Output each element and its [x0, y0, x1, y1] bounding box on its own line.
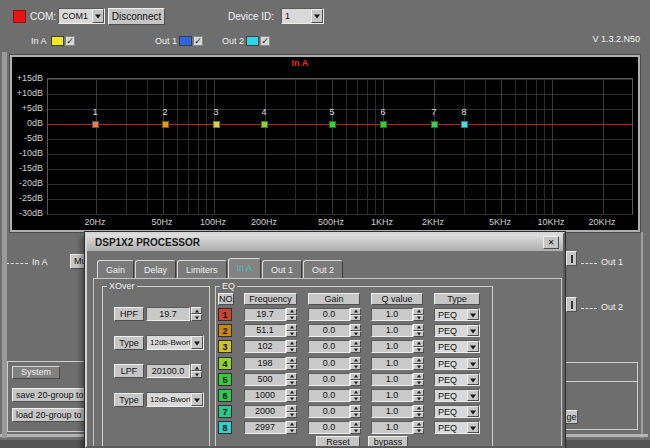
dropdown-arrow-icon[interactable] [467, 341, 479, 352]
eq-gain-spinner[interactable] [350, 324, 361, 337]
eq-gain-spinner[interactable] [350, 405, 361, 418]
eq-frequency-spinner[interactable] [286, 405, 297, 418]
dropdown-arrow-icon[interactable] [92, 9, 104, 23]
eq-frequency-field[interactable]: 500 [244, 373, 286, 386]
partial-button-ge[interactable]: ge [565, 410, 578, 424]
eq-frequency-spinner[interactable] [286, 373, 297, 386]
eq-q-field[interactable]: 1.0 [371, 340, 413, 353]
close-icon[interactable]: ✕ [543, 236, 559, 249]
lpf-type-button[interactable]: Type [114, 393, 144, 407]
eq-gain-field[interactable]: 0.0 [308, 405, 350, 418]
out-1-mute-button-fragment[interactable] [566, 251, 577, 266]
dropdown-arrow-icon[interactable] [467, 309, 479, 320]
eq-type-select[interactable]: PEQ [434, 357, 480, 370]
lpf-type-select[interactable]: 12db-Bworth [146, 392, 204, 407]
eq-gain-field[interactable]: 0.0 [308, 357, 350, 370]
eq-frequency-field[interactable]: 1000 [244, 389, 286, 402]
eq-q-spinner[interactable] [413, 373, 424, 386]
spinner-down-icon[interactable] [350, 364, 361, 371]
eq-type-select[interactable]: PEQ [434, 389, 480, 402]
eq-frequency-spinner[interactable] [286, 308, 297, 321]
eq-q-field[interactable]: 1.0 [371, 308, 413, 321]
eq-frequency-spinner[interactable] [286, 421, 297, 434]
eq-type-select[interactable]: PEQ [434, 308, 480, 321]
out-2-checkbox[interactable]: ✓ [260, 36, 270, 46]
dropdown-arrow-icon[interactable] [467, 325, 479, 336]
lpf-button[interactable]: LPF [114, 364, 144, 378]
lpf-spinner[interactable] [191, 364, 202, 378]
spinner-down-icon[interactable] [286, 412, 297, 419]
spinner-down-icon[interactable] [413, 428, 424, 435]
lpf-frequency-field[interactable]: 20100.0 [146, 364, 190, 378]
spinner-down-icon[interactable] [350, 347, 361, 354]
eq-frequency-field[interactable]: 198 [244, 357, 286, 370]
eq-gain-spinner[interactable] [350, 308, 361, 321]
eq-q-spinner[interactable] [413, 340, 424, 353]
spinner-up-icon[interactable] [191, 364, 202, 371]
spinner-up-icon[interactable] [191, 307, 202, 314]
eq-point-3[interactable] [213, 121, 220, 128]
dropdown-arrow-icon[interactable] [467, 406, 479, 417]
eq-gain-field[interactable]: 0.0 [308, 340, 350, 353]
eq-q-spinner[interactable] [413, 389, 424, 402]
hpf-type-select[interactable]: 12db-Bworth [146, 335, 204, 350]
eq-gain-field[interactable]: 0.0 [308, 421, 350, 434]
hpf-type-button[interactable]: Type [114, 336, 144, 350]
spinner-down-icon[interactable] [286, 396, 297, 403]
eq-gain-spinner[interactable] [350, 389, 361, 402]
spinner-down-icon[interactable] [413, 380, 424, 387]
eq-type-select[interactable]: PEQ [434, 373, 480, 386]
out-1-checkbox[interactable]: ✓ [193, 36, 203, 46]
eq-frequency-field[interactable]: 2000 [244, 405, 286, 418]
eq-type-select[interactable]: PEQ [434, 421, 480, 434]
dialog-title-bar[interactable]: DSP1X2 PROCESSOR [87, 234, 563, 251]
eq-frequency-spinner[interactable] [286, 389, 297, 402]
tab-in-a[interactable]: In A [228, 258, 262, 279]
eq-frequency-spinner[interactable] [286, 324, 297, 337]
spinner-down-icon[interactable] [350, 331, 361, 338]
dropdown-arrow-icon[interactable] [191, 393, 203, 406]
eq-type-select[interactable]: PEQ [434, 324, 480, 337]
eq-frequency-field[interactable]: 102 [244, 340, 286, 353]
spinner-down-icon[interactable] [413, 412, 424, 419]
eq-gain-spinner[interactable] [350, 421, 361, 434]
eq-type-select[interactable]: PEQ [434, 340, 480, 353]
spinner-down-icon[interactable] [413, 347, 424, 354]
spinner-down-icon[interactable] [191, 371, 202, 378]
eq-q-field[interactable]: 1.0 [371, 373, 413, 386]
disconnect-button[interactable]: Disconnect [108, 8, 165, 25]
eq-point-5[interactable] [329, 121, 336, 128]
spinner-down-icon[interactable] [286, 315, 297, 322]
spinner-down-icon[interactable] [413, 315, 424, 322]
eq-gain-field[interactable]: 0.0 [308, 373, 350, 386]
dropdown-arrow-icon[interactable] [467, 374, 479, 385]
eq-q-spinner[interactable] [413, 405, 424, 418]
eq-frequency-field[interactable]: 51.1 [244, 324, 286, 337]
tab-out-1[interactable]: Out 1 [262, 260, 302, 279]
tab-out-2[interactable]: Out 2 [303, 260, 343, 279]
spinner-down-icon[interactable] [350, 428, 361, 435]
spinner-down-icon[interactable] [286, 380, 297, 387]
spinner-down-icon[interactable] [350, 315, 361, 322]
eq-point-8[interactable] [461, 121, 468, 128]
spinner-down-icon[interactable] [286, 364, 297, 371]
eq-q-spinner[interactable] [413, 324, 424, 337]
spinner-down-icon[interactable] [413, 364, 424, 371]
tab-gain[interactable]: Gain [97, 260, 134, 279]
out-2-mute-button-fragment[interactable] [566, 297, 577, 312]
eq-q-field[interactable]: 1.0 [371, 421, 413, 434]
eq-gain-field[interactable]: 0.0 [308, 324, 350, 337]
eq-q-field[interactable]: 1.0 [371, 389, 413, 402]
eq-type-select[interactable]: PEQ [434, 405, 480, 418]
dropdown-arrow-icon[interactable] [467, 358, 479, 369]
tab-delay[interactable]: Delay [135, 260, 176, 279]
com-port-select[interactable]: COM1 [58, 8, 105, 24]
spinner-down-icon[interactable] [350, 380, 361, 387]
eq-gain-spinner[interactable] [350, 340, 361, 353]
reset-button[interactable]: Reset [316, 436, 360, 448]
eq-frequency-spinner[interactable] [286, 340, 297, 353]
dropdown-arrow-icon[interactable] [467, 422, 479, 433]
eq-q-field[interactable]: 1.0 [371, 405, 413, 418]
tab-limiters[interactable]: Limiters [177, 260, 227, 279]
spinner-down-icon[interactable] [413, 331, 424, 338]
